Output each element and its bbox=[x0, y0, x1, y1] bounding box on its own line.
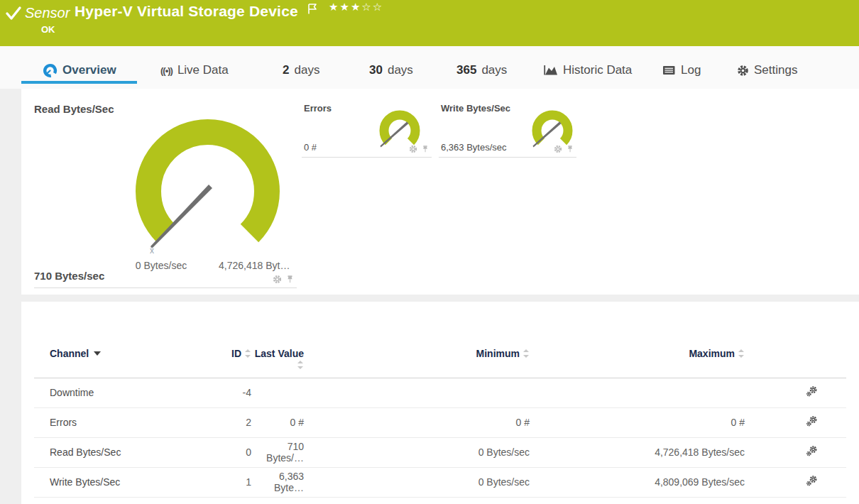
channel-table-panel: Channel ID Last Value Minimum Maximum Do… bbox=[21, 302, 859, 504]
tab-label: days bbox=[388, 63, 413, 77]
status-check-icon bbox=[5, 5, 22, 22]
gauge-current-value: 6,363 Bytes/sec bbox=[441, 142, 507, 153]
tab-log[interactable]: Log bbox=[662, 61, 701, 80]
tab-2-days[interactable]: 2 days bbox=[283, 61, 319, 80]
channel-maximum bbox=[531, 378, 746, 407]
gauges-panel: Read Bytes/Sec x̄ 0 Bytes/sec 4,726,418 … bbox=[21, 89, 859, 295]
column-header-actions bbox=[746, 344, 846, 378]
gauge-mean-marker: x̄ bbox=[146, 246, 158, 256]
gauge-read-bytes: Read Bytes/Sec x̄ 0 Bytes/sec 4,726,418 … bbox=[34, 99, 297, 288]
gauge-pin-icon[interactable] bbox=[567, 145, 574, 153]
gauge-pin-icon[interactable] bbox=[422, 145, 429, 153]
area-chart-icon bbox=[543, 64, 558, 77]
tab-bar: Overview ((•)) Live Data 2 days 30 days … bbox=[0, 46, 859, 89]
channel-name[interactable]: Downtime bbox=[34, 378, 219, 407]
column-header-maximum[interactable]: Maximum bbox=[531, 344, 746, 378]
gauge-settings-gear-icon[interactable] bbox=[273, 275, 282, 284]
channel-maximum: 4,809,069 Bytes/sec bbox=[531, 467, 746, 497]
channel-maximum: 0 # bbox=[531, 407, 746, 437]
channel-id: 1 bbox=[219, 467, 253, 497]
sensor-status-badge: OK bbox=[41, 24, 55, 35]
tab-label: Live Data bbox=[177, 63, 229, 77]
tab-label: days bbox=[481, 63, 507, 77]
channel-id: 0 bbox=[219, 437, 253, 467]
tab-settings[interactable]: Settings bbox=[737, 61, 797, 80]
gauge-scale-min: 0 Bytes/sec bbox=[129, 260, 193, 271]
gauge-write-bytes: Write Bytes/Sec 6,363 Bytes/sec bbox=[439, 99, 576, 158]
channel-settings-gears-icon[interactable] bbox=[806, 475, 818, 487]
gauge-title: Errors bbox=[304, 103, 332, 114]
channel-settings-gears-icon[interactable] bbox=[806, 415, 818, 427]
read-bytes-gauge bbox=[131, 115, 284, 265]
favorite-flag-icon[interactable] bbox=[307, 3, 318, 15]
table-row-downtime: Downtime -4 bbox=[34, 378, 846, 407]
tab-number: 2 bbox=[283, 63, 289, 77]
tab-label: Settings bbox=[754, 63, 797, 77]
channel-maximum: 4,726,418 Bytes/sec bbox=[531, 437, 746, 467]
sort-toggle-icon bbox=[523, 349, 530, 358]
gauge-current-value: 710 Bytes/sec bbox=[34, 270, 104, 282]
page-title: Hyper-V Virtual Storage Device bbox=[75, 3, 298, 20]
tab-365-days[interactable]: 365 days bbox=[456, 61, 507, 80]
gauge-title: Write Bytes/Sec bbox=[441, 103, 510, 114]
tab-overview[interactable]: Overview bbox=[43, 61, 116, 80]
object-kind-label: Sensor bbox=[25, 5, 70, 21]
tab-number: 365 bbox=[456, 63, 476, 77]
gear-icon bbox=[737, 65, 749, 77]
channel-name[interactable]: Write Bytes/Sec bbox=[34, 467, 219, 497]
tab-historic-data[interactable]: Historic Data bbox=[543, 61, 632, 80]
column-header-last-value[interactable]: Last Value bbox=[253, 344, 305, 378]
sort-toggle-icon bbox=[245, 349, 251, 358]
prtg-sensor-overview-page: Sensor Hyper-V Virtual Storage Device ★★… bbox=[0, 0, 859, 504]
gauge-scale-max: 4,726,418 Byt… bbox=[219, 260, 290, 271]
active-tab-underline bbox=[21, 81, 137, 84]
channel-minimum bbox=[305, 378, 531, 407]
sort-desc-icon bbox=[94, 351, 101, 356]
channel-minimum: 0 # bbox=[305, 407, 531, 437]
tab-number: 30 bbox=[369, 63, 383, 77]
channel-id: 2 bbox=[219, 407, 253, 437]
stars-empty: ☆☆ bbox=[361, 1, 383, 13]
gauge-pin-icon[interactable] bbox=[286, 275, 294, 284]
channel-last-value: 6,363 Byte… bbox=[253, 467, 305, 497]
channel-last-value: 710 Bytes/… bbox=[253, 437, 305, 467]
tab-label: Historic Data bbox=[563, 63, 632, 77]
column-header-minimum[interactable]: Minimum bbox=[305, 344, 531, 378]
tab-live-data[interactable]: ((•)) Live Data bbox=[160, 61, 229, 80]
column-header-id[interactable]: ID bbox=[219, 344, 253, 378]
table-row-write-bytes: Write Bytes/Sec 1 6,363 Byte… 0 Bytes/se… bbox=[34, 467, 846, 497]
channel-id: -4 bbox=[219, 378, 253, 407]
channel-settings-gears-icon[interactable] bbox=[806, 385, 818, 398]
sort-toggle-icon bbox=[738, 349, 745, 358]
gauge-settings-gear-icon[interactable] bbox=[409, 145, 417, 153]
tab-label: Overview bbox=[62, 63, 116, 77]
live-data-icon: ((•)) bbox=[160, 65, 173, 76]
priority-stars[interactable]: ★★★☆☆ bbox=[329, 1, 383, 13]
gauge-title: Read Bytes/Sec bbox=[34, 103, 114, 115]
channel-name[interactable]: Errors bbox=[34, 407, 219, 437]
channel-minimum: 0 Bytes/sec bbox=[305, 467, 531, 497]
channel-table: Channel ID Last Value Minimum Maximum Do… bbox=[34, 344, 846, 498]
tab-30-days[interactable]: 30 days bbox=[369, 61, 413, 80]
sensor-header: Sensor Hyper-V Virtual Storage Device ★★… bbox=[0, 0, 859, 46]
gauge-settings-gear-icon[interactable] bbox=[554, 145, 562, 153]
channel-minimum: 0 Bytes/sec bbox=[305, 437, 531, 467]
gauge-errors: Errors 0 # bbox=[302, 99, 432, 158]
sort-toggle-icon bbox=[297, 361, 304, 369]
channel-name[interactable]: Read Bytes/Sec bbox=[34, 437, 219, 467]
gauge-current-value: 0 # bbox=[304, 142, 317, 153]
table-row-read-bytes: Read Bytes/Sec 0 710 Bytes/… 0 Bytes/sec… bbox=[34, 437, 846, 467]
tab-label: days bbox=[294, 63, 319, 77]
channel-last-value bbox=[253, 378, 305, 407]
gauge-icon bbox=[43, 63, 58, 78]
table-row-errors: Errors 2 0 # 0 # 0 # bbox=[34, 407, 846, 437]
channel-settings-gears-icon[interactable] bbox=[806, 445, 818, 457]
tab-label: Log bbox=[681, 63, 701, 77]
stars-filled: ★★★ bbox=[329, 1, 361, 13]
column-header-channel[interactable]: Channel bbox=[34, 344, 219, 378]
channel-last-value: 0 # bbox=[253, 407, 305, 437]
log-list-icon bbox=[662, 65, 676, 76]
table-header-row: Channel ID Last Value Minimum Maximum bbox=[34, 344, 846, 378]
